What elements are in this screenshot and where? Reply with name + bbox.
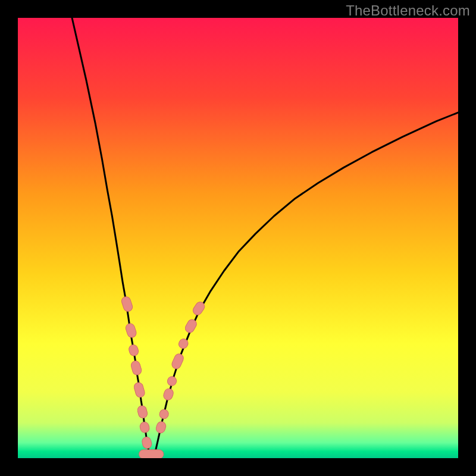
plot-area [18, 18, 458, 458]
marker-pill [136, 405, 148, 419]
watermark-text: TheBottleneck.com [346, 2, 470, 19]
curve-layer [18, 18, 458, 458]
marker-pill [171, 352, 185, 370]
marker-pill [128, 344, 140, 357]
marker-pill [139, 450, 164, 458]
chart-frame: TheBottleneck.com [0, 0, 476, 476]
marker-pill [155, 421, 167, 434]
marker-pill [158, 408, 170, 420]
marker-pill [130, 360, 143, 376]
marker-pill [133, 381, 146, 398]
marker-pill [139, 421, 151, 434]
marker-pill [124, 322, 137, 339]
marker-pill [166, 375, 178, 387]
marker-pill [184, 318, 198, 334]
marker-pill [141, 436, 152, 449]
marker-pill [162, 387, 175, 401]
series-right-branch [154, 112, 458, 456]
marker-pill [120, 296, 133, 313]
